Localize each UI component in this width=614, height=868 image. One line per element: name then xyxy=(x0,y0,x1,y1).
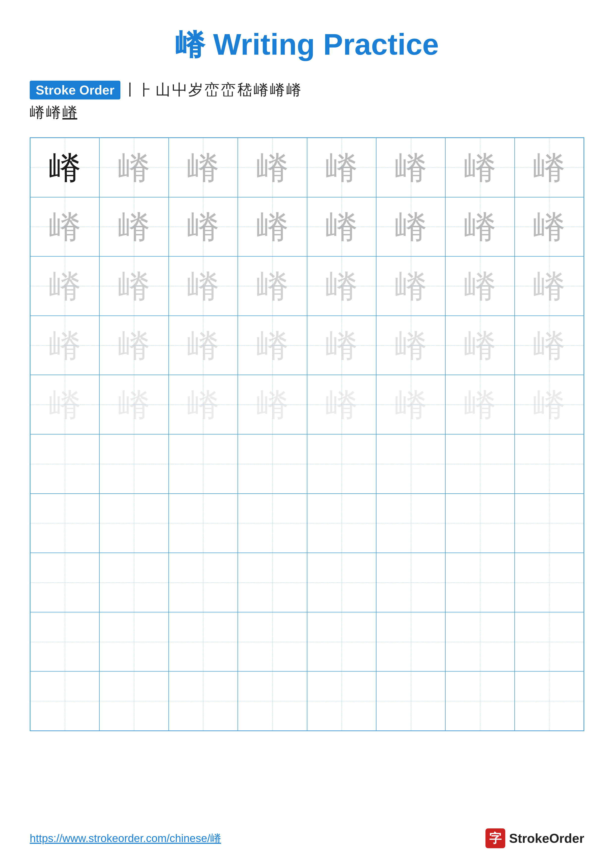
grid-cell[interactable]: 嵴 xyxy=(169,375,238,434)
grid-cell[interactable] xyxy=(238,434,307,494)
grid-cell[interactable]: 嵴 xyxy=(515,256,584,316)
grid-cell[interactable] xyxy=(99,612,168,671)
grid-cell[interactable]: 嵴 xyxy=(238,197,307,257)
practice-char: 嵴 xyxy=(325,389,358,421)
stroke-chars-row1: 丨 ⺊ 山 屮 岁 峦 峦 嵇 嵴 嵴 嵴 xyxy=(123,80,301,100)
grid-cell[interactable] xyxy=(238,494,307,553)
grid-cell[interactable]: 嵴 xyxy=(515,138,584,197)
title-char: 嵴 xyxy=(175,28,205,61)
grid-cell[interactable]: 嵴 xyxy=(376,256,445,316)
grid-cell[interactable] xyxy=(515,612,584,671)
practice-char: 嵴 xyxy=(187,211,219,243)
grid-cell[interactable]: 嵴 xyxy=(515,197,584,257)
grid-cell[interactable] xyxy=(30,671,99,731)
grid-cell[interactable]: 嵴 xyxy=(169,256,238,316)
grid-cell[interactable] xyxy=(376,671,445,731)
grid-cell[interactable]: 嵴 xyxy=(515,375,584,434)
grid-cell[interactable]: 嵴 xyxy=(445,375,515,434)
grid-cell[interactable] xyxy=(169,671,238,731)
grid-cell[interactable] xyxy=(30,612,99,671)
grid-cell[interactable]: 嵴 xyxy=(376,316,445,375)
grid-cell[interactable] xyxy=(307,553,376,612)
grid-cell[interactable] xyxy=(376,434,445,494)
grid-cell[interactable]: 嵴 xyxy=(445,256,515,316)
grid-cell[interactable]: 嵴 xyxy=(238,256,307,316)
grid-cell[interactable] xyxy=(376,494,445,553)
grid-cell[interactable] xyxy=(99,553,168,612)
practice-char: 嵴 xyxy=(49,329,81,361)
grid-cell[interactable]: 嵴 xyxy=(99,316,168,375)
grid-cell[interactable] xyxy=(169,553,238,612)
grid-cell[interactable] xyxy=(30,494,99,553)
practice-char: 嵴 xyxy=(118,329,150,361)
grid-cell[interactable] xyxy=(307,434,376,494)
practice-char: 嵴 xyxy=(49,389,81,421)
practice-char: 嵴 xyxy=(533,211,565,243)
grid-cell[interactable] xyxy=(515,671,584,731)
grid-cell[interactable] xyxy=(30,553,99,612)
grid-cell[interactable]: 嵴 xyxy=(445,138,515,197)
grid-cell[interactable]: 嵴 xyxy=(30,197,99,257)
grid-cell[interactable]: 嵴 xyxy=(99,375,168,434)
grid-cell[interactable]: 嵴 xyxy=(515,316,584,375)
practice-char: 嵴 xyxy=(256,152,289,184)
stroke-8: 嵇 xyxy=(237,80,252,100)
grid-cell[interactable]: 嵴 xyxy=(30,256,99,316)
grid-cell[interactable] xyxy=(376,612,445,671)
practice-char: 嵴 xyxy=(118,270,150,302)
grid-cell[interactable] xyxy=(445,494,515,553)
grid-cell[interactable]: 嵴 xyxy=(376,197,445,257)
grid-cell[interactable]: 嵴 xyxy=(307,138,376,197)
grid-cell[interactable]: 嵴 xyxy=(307,197,376,257)
grid-cell[interactable] xyxy=(238,612,307,671)
grid-cell[interactable] xyxy=(307,671,376,731)
grid-cell[interactable]: 嵴 xyxy=(99,197,168,257)
practice-char: 嵴 xyxy=(533,152,565,184)
grid-cell[interactable]: 嵴 xyxy=(376,138,445,197)
grid-cell[interactable]: 嵴 xyxy=(169,197,238,257)
logo-char: 字 xyxy=(489,830,502,847)
grid-cell[interactable] xyxy=(30,434,99,494)
grid-cell[interactable]: 嵴 xyxy=(169,138,238,197)
grid-cell[interactable] xyxy=(445,671,515,731)
grid-cell[interactable]: 嵴 xyxy=(307,256,376,316)
grid-cell[interactable] xyxy=(515,434,584,494)
grid-cell[interactable] xyxy=(169,494,238,553)
grid-cell[interactable] xyxy=(99,434,168,494)
grid-cell[interactable] xyxy=(238,671,307,731)
stroke-6: 峦 xyxy=(205,80,219,100)
practice-char: 嵴 xyxy=(464,152,496,184)
practice-char: 嵴 xyxy=(49,211,81,243)
practice-char: 嵴 xyxy=(533,329,565,361)
grid-cell[interactable]: 嵴 xyxy=(445,197,515,257)
grid-cell[interactable] xyxy=(515,553,584,612)
grid-cell[interactable] xyxy=(445,434,515,494)
grid-cell[interactable] xyxy=(307,494,376,553)
grid-cell[interactable]: 嵴 xyxy=(99,256,168,316)
grid-cell[interactable] xyxy=(445,553,515,612)
grid-cell[interactable]: 嵴 xyxy=(99,138,168,197)
grid-cell[interactable] xyxy=(99,671,168,731)
grid-cell[interactable] xyxy=(99,494,168,553)
grid-cell[interactable] xyxy=(376,553,445,612)
grid-cell[interactable]: 嵴 xyxy=(307,316,376,375)
grid-cell[interactable]: 嵴 xyxy=(238,138,307,197)
grid-cell[interactable] xyxy=(445,612,515,671)
grid-cell[interactable]: 嵴 xyxy=(445,316,515,375)
grid-cell[interactable]: 嵴 xyxy=(238,375,307,434)
grid-cell[interactable] xyxy=(238,553,307,612)
footer: https://www.strokeorder.com/chinese/嵴 字 … xyxy=(0,828,614,848)
grid-cell[interactable]: 嵴 xyxy=(30,316,99,375)
logo-icon: 字 xyxy=(485,828,505,848)
grid-cell[interactable]: 嵴 xyxy=(30,138,99,197)
grid-cell[interactable]: 嵴 xyxy=(307,375,376,434)
grid-cell[interactable]: 嵴 xyxy=(376,375,445,434)
grid-cell[interactable] xyxy=(515,494,584,553)
grid-cell[interactable]: 嵴 xyxy=(30,375,99,434)
grid-cell[interactable]: 嵴 xyxy=(238,316,307,375)
grid-cell[interactable] xyxy=(169,434,238,494)
grid-cell[interactable]: 嵴 xyxy=(169,316,238,375)
footer-url[interactable]: https://www.strokeorder.com/chinese/嵴 xyxy=(30,831,221,846)
grid-cell[interactable] xyxy=(307,612,376,671)
grid-cell[interactable] xyxy=(169,612,238,671)
